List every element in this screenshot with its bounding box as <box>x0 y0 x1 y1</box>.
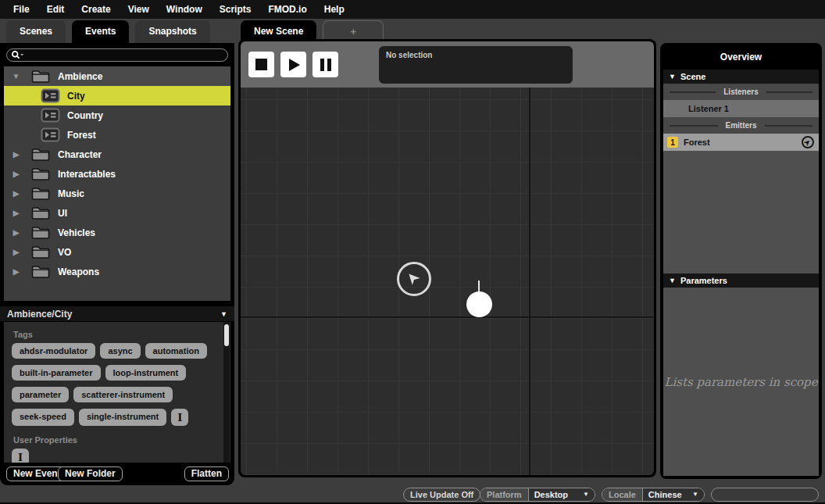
tag-pill-async[interactable]: async <box>100 343 140 359</box>
tree-item-vehicles[interactable]: ▶Vehicles <box>4 223 230 242</box>
folder-icon <box>30 186 51 202</box>
tree-item-label: Character <box>58 149 102 160</box>
search-input[interactable] <box>27 51 207 60</box>
emitter-row-label: Forest <box>684 138 710 147</box>
events-browser-panel: ▼AmbienceCityCountryForest▶Character▶Int… <box>0 43 234 485</box>
menu-item-create[interactable]: Create <box>73 0 119 19</box>
listener-row-label: Listener 1 <box>688 104 729 113</box>
tag-pill-loop-instrument[interactable]: loop-instrument <box>105 365 187 381</box>
menu-bar: FileEditCreateViewWindowScriptsFMOD.ioHe… <box>0 0 825 19</box>
expand-triangle-icon[interactable]: ▶ <box>11 209 21 217</box>
status-bar: Live Update Off Platform Desktop ▼ Local… <box>0 485 825 504</box>
parameters-section-label: Parameters <box>680 276 727 285</box>
emitter-row[interactable]: 1 Forest ➤ <box>663 134 819 151</box>
selection-info-box: No selection <box>379 46 573 84</box>
tree-item-music[interactable]: ▶Music <box>4 184 230 203</box>
emitter-handle[interactable] <box>466 291 492 317</box>
tags-label: Tags <box>13 330 220 339</box>
tab-events[interactable]: Events <box>72 20 129 43</box>
no-selection-text: No selection <box>386 51 432 59</box>
pause-button[interactable] <box>312 52 338 77</box>
user-properties-label: User Properties <box>13 435 220 445</box>
expand-triangle-icon[interactable]: ▶ <box>11 150 21 159</box>
tab-scenes[interactable]: Scenes <box>6 20 66 43</box>
emitters-label: Emitters <box>726 121 757 130</box>
grid-axis-horizontal <box>241 316 654 318</box>
deck-scrollbar-thumb[interactable] <box>224 324 229 346</box>
expand-triangle-icon[interactable]: ▶ <box>11 189 21 198</box>
menu-item-scripts[interactable]: Scripts <box>211 0 260 19</box>
menu-item-fmodio[interactable]: FMOD.io <box>259 0 315 19</box>
menu-item-view[interactable]: View <box>120 0 158 19</box>
parameters-section-header[interactable]: ▼ Parameters <box>663 273 819 288</box>
scene-section-label: Scene <box>680 72 705 81</box>
expand-triangle-icon[interactable]: ▶ <box>11 267 21 276</box>
listener-row[interactable]: Listener 1 <box>663 100 819 117</box>
menu-item-file[interactable]: File <box>5 0 38 19</box>
menu-item-edit[interactable]: Edit <box>38 0 73 19</box>
play-button[interactable] <box>280 52 306 77</box>
tree-item-country[interactable]: Country <box>4 105 230 125</box>
stop-button[interactable] <box>248 52 274 77</box>
tree-item-ui[interactable]: ▶UI <box>4 203 230 223</box>
transport-bar: No selection <box>241 41 654 88</box>
tree-item-label: Country <box>67 110 103 121</box>
tag-pill-ahdsr-modulator[interactable]: ahdsr-modulator <box>12 343 95 359</box>
platform-select[interactable]: Platform Desktop ▼ <box>480 488 595 502</box>
tab-snapshots[interactable]: Snapshots <box>135 20 209 43</box>
platform-value: Desktop <box>534 488 568 501</box>
folder-icon <box>30 69 51 84</box>
add-tag-button[interactable]: I <box>171 409 188 426</box>
scene-section-header[interactable]: ▼ Scene <box>663 70 819 84</box>
expand-triangle-icon[interactable]: ▶ <box>11 248 21 256</box>
scene-sandbox-panel: No selection <box>238 39 656 477</box>
folder-icon <box>30 245 51 260</box>
emitters-divider: Emitters <box>663 117 819 134</box>
tree-item-label: UI <box>58 208 67 219</box>
parameters-body: Lists parameters in scope <box>663 288 819 476</box>
menu-item-window[interactable]: Window <box>158 0 211 19</box>
overview-body: ▼ Scene Listeners Listener 1 Emitters 1 … <box>663 70 819 476</box>
grid-axis-vertical <box>529 88 530 475</box>
scene-3d-grid[interactable] <box>241 88 654 475</box>
tree-item-interactables[interactable]: ▶Interactables <box>4 164 230 184</box>
tree-item-vo[interactable]: ▶VO <box>4 242 230 262</box>
tree-item-weapons[interactable]: ▶Weapons <box>4 262 230 281</box>
tree-item-character[interactable]: ▶Character <box>4 145 230 164</box>
expand-triangle-icon[interactable]: ▶ <box>11 170 21 178</box>
listeners-label: Listeners <box>723 88 758 96</box>
event-2d-icon <box>41 88 60 103</box>
expand-triangle-icon[interactable]: ▶ <box>11 228 21 237</box>
tag-pill-parameter[interactable]: parameter <box>12 387 69 402</box>
deck-title: Ambience/City <box>7 309 220 320</box>
locate-emitter-icon[interactable]: ➤ <box>802 136 814 148</box>
listeners-divider: Listeners <box>663 84 819 100</box>
listener-arrow-icon <box>405 270 423 288</box>
tree-item-ambience[interactable]: ▼Ambience <box>4 66 230 86</box>
tree-item-label: Interactables <box>58 169 116 180</box>
tag-pill-automation[interactable]: automation <box>145 343 207 359</box>
search-box[interactable] <box>6 48 228 62</box>
flatten-button[interactable]: Flatten <box>184 466 229 481</box>
tag-pill-scatterer-instrument[interactable]: scatterer-instrument <box>73 387 173 402</box>
new-folder-button[interactable]: New Folder <box>58 466 123 481</box>
fmod-studio-window: FileEditCreateViewWindowScriptsFMOD.ioHe… <box>0 0 825 504</box>
locale-select[interactable]: Locale Chinese ▼ <box>602 488 705 502</box>
tag-pill-single-instrument[interactable]: single-instrument <box>79 409 166 426</box>
add-user-property-button[interactable]: I <box>12 449 29 463</box>
scene-section-empty-space <box>663 151 819 273</box>
chevron-down-icon[interactable]: ▼ <box>220 310 227 318</box>
folder-icon <box>30 264 51 280</box>
event-2d-icon <box>41 108 60 123</box>
tree-item-label: City <box>67 91 85 102</box>
collapse-triangle-icon[interactable]: ▼ <box>11 72 21 80</box>
tag-pill-built-in-parameter[interactable]: built-in-parameter <box>12 365 101 381</box>
tree-item-forest[interactable]: Forest <box>4 125 230 145</box>
live-update-button[interactable]: Live Update Off <box>403 488 480 502</box>
deck-header[interactable]: Ambience/City ▼ <box>0 306 234 321</box>
listener-handle[interactable] <box>397 262 431 296</box>
tree-item-city[interactable]: City <box>4 86 230 105</box>
tag-pill-seek-speed[interactable]: seek-speed <box>12 409 74 426</box>
deck-scrollbar[interactable] <box>223 322 230 463</box>
menu-item-help[interactable]: Help <box>316 0 353 19</box>
